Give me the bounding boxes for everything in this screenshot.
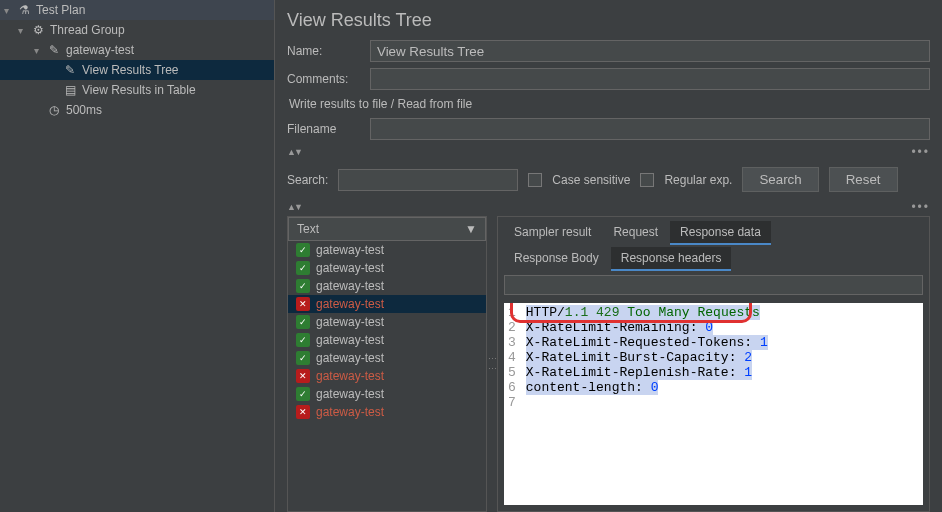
tree-item-test-plan[interactable]: ▾⚗Test Plan — [0, 0, 274, 20]
reset-button[interactable]: Reset — [829, 167, 898, 192]
main-panel: View Results Tree Name: Comments: Write … — [275, 0, 942, 512]
shield-pass-icon: ✓ — [296, 261, 310, 275]
sidebar-tree: ▾⚗Test Plan▾⚙Thread Group▾✎gateway-test✎… — [0, 0, 275, 512]
code-line: content-length: 0 — [526, 380, 768, 395]
line-number: 3 — [508, 335, 516, 350]
shield-fail-icon: ✕ — [296, 369, 310, 383]
tree-item-label: View Results in Table — [82, 83, 196, 97]
chevron-down-icon: ▼ — [465, 222, 477, 236]
line-gutter: 1234567 — [504, 303, 522, 505]
tree-item-label: View Results Tree — [82, 63, 179, 77]
case-sensitive-label: Case sensitive — [552, 173, 630, 187]
line-number: 4 — [508, 350, 516, 365]
result-item[interactable]: ✓gateway-test — [288, 277, 486, 295]
collapse-toggle-icon[interactable]: ▲▼ — [287, 147, 301, 157]
result-label: gateway-test — [316, 369, 384, 383]
comments-input[interactable] — [370, 68, 930, 90]
subtab-response-body[interactable]: Response Body — [504, 247, 609, 271]
results-type-value: Text — [297, 222, 319, 236]
result-item[interactable]: ✕gateway-test — [288, 403, 486, 421]
code-line — [526, 395, 768, 410]
pencil-icon: ✎ — [46, 42, 62, 58]
result-item[interactable]: ✓gateway-test — [288, 349, 486, 367]
tree-item-thread-group[interactable]: ▾⚙Thread Group — [0, 20, 274, 40]
name-label: Name: — [287, 44, 362, 58]
result-item[interactable]: ✕gateway-test — [288, 367, 486, 385]
flask-icon: ⚗ — [16, 2, 32, 18]
regular-exp-label: Regular exp. — [664, 173, 732, 187]
shield-pass-icon: ✓ — [296, 351, 310, 365]
chevron-icon: ▾ — [4, 5, 16, 16]
results-column: Text ▼ ✓gateway-test✓gateway-test✓gatewa… — [287, 216, 487, 512]
result-label: gateway-test — [316, 243, 384, 257]
splitter-handle[interactable]: ⋮⋮ — [487, 216, 497, 512]
tree-item-label: gateway-test — [66, 43, 134, 57]
search-label: Search: — [287, 173, 328, 187]
file-section-label: Write results to file / Read from file — [275, 93, 942, 115]
comments-label: Comments: — [287, 72, 362, 86]
case-sensitive-checkbox[interactable] — [528, 173, 542, 187]
code-content[interactable]: HTTP/1.1 429 Too Many RequestsX-RateLimi… — [522, 303, 772, 505]
tab-sampler-result[interactable]: Sampler result — [504, 221, 601, 245]
tree-item-label: Test Plan — [36, 3, 85, 17]
code-line: HTTP/1.1 429 Too Many Requests — [526, 305, 768, 320]
result-label: gateway-test — [316, 405, 384, 419]
shield-fail-icon: ✕ — [296, 405, 310, 419]
shield-pass-icon: ✓ — [296, 387, 310, 401]
result-label: gateway-test — [316, 351, 384, 365]
result-item[interactable]: ✓gateway-test — [288, 241, 486, 259]
tab-request[interactable]: Request — [603, 221, 668, 245]
collapse-toggle-icon[interactable]: ▲▼ — [287, 202, 301, 212]
response-search-input[interactable] — [504, 275, 923, 295]
result-label: gateway-test — [316, 261, 384, 275]
code-line: X-RateLimit-Replenish-Rate: 1 — [526, 365, 768, 380]
result-item[interactable]: ✓gateway-test — [288, 385, 486, 403]
shield-pass-icon: ✓ — [296, 243, 310, 257]
tree-item-500ms[interactable]: ◷500ms — [0, 100, 274, 120]
sub-tabs: Response BodyResponse headers — [498, 245, 929, 271]
tree-item-label: Thread Group — [50, 23, 125, 37]
result-item[interactable]: ✓gateway-test — [288, 331, 486, 349]
response-code-area[interactable]: 1234567 HTTP/1.1 429 Too Many RequestsX-… — [504, 303, 923, 505]
search-button[interactable]: Search — [742, 167, 818, 192]
gear-icon: ⚙ — [30, 22, 46, 38]
table-icon: ▤ — [62, 82, 78, 98]
result-label: gateway-test — [316, 333, 384, 347]
more-icon[interactable]: ••• — [911, 200, 930, 214]
result-item[interactable]: ✕gateway-test — [288, 295, 486, 313]
result-label: gateway-test — [316, 279, 384, 293]
main-tabs: Sampler resultRequestResponse data — [498, 217, 929, 245]
result-item[interactable]: ✓gateway-test — [288, 313, 486, 331]
code-line: X-RateLimit-Remaining: 0 — [526, 320, 768, 335]
tab-response-data[interactable]: Response data — [670, 221, 771, 245]
line-number: 2 — [508, 320, 516, 335]
shield-pass-icon: ✓ — [296, 279, 310, 293]
shield-fail-icon: ✕ — [296, 297, 310, 311]
response-column: Sampler resultRequestResponse data Respo… — [497, 216, 930, 512]
pencil-icon: ✎ — [62, 62, 78, 78]
tree-item-label: 500ms — [66, 103, 102, 117]
code-line: X-RateLimit-Burst-Capacity: 2 — [526, 350, 768, 365]
filename-input[interactable] — [370, 118, 930, 140]
more-icon[interactable]: ••• — [911, 145, 930, 159]
results-type-select[interactable]: Text ▼ — [288, 217, 486, 241]
name-input[interactable] — [370, 40, 930, 62]
line-number: 7 — [508, 395, 516, 410]
chevron-icon: ▾ — [34, 45, 46, 56]
clock-icon: ◷ — [46, 102, 62, 118]
line-number: 1 — [508, 305, 516, 320]
search-input[interactable] — [338, 169, 518, 191]
shield-pass-icon: ✓ — [296, 315, 310, 329]
filename-label: Filename — [287, 122, 362, 136]
regular-exp-checkbox[interactable] — [640, 173, 654, 187]
result-label: gateway-test — [316, 297, 384, 311]
line-number: 6 — [508, 380, 516, 395]
line-number: 5 — [508, 365, 516, 380]
subtab-response-headers[interactable]: Response headers — [611, 247, 732, 271]
tree-item-gateway-test[interactable]: ▾✎gateway-test — [0, 40, 274, 60]
shield-pass-icon: ✓ — [296, 333, 310, 347]
tree-item-view-results-in-table[interactable]: ▤View Results in Table — [0, 80, 274, 100]
code-line: X-RateLimit-Requested-Tokens: 1 — [526, 335, 768, 350]
result-item[interactable]: ✓gateway-test — [288, 259, 486, 277]
tree-item-view-results-tree[interactable]: ✎View Results Tree — [0, 60, 274, 80]
